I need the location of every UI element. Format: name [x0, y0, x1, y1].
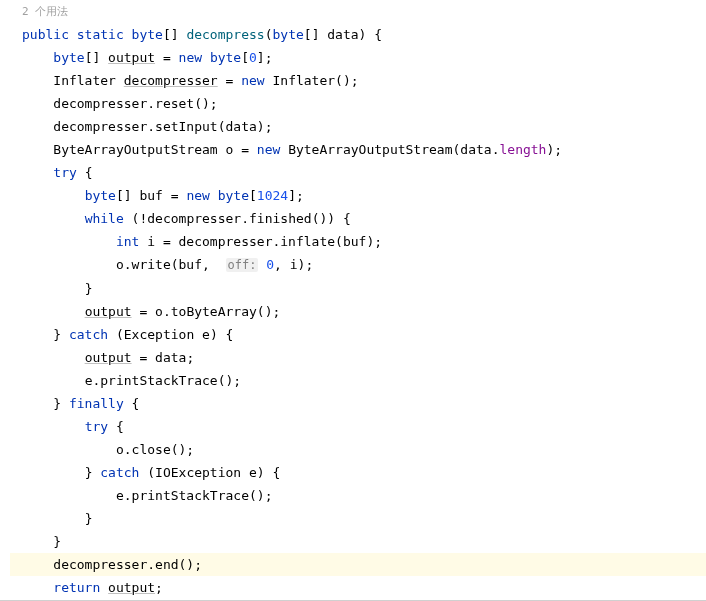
code-line[interactable]: return output; — [10, 576, 706, 599]
method-call: close — [132, 442, 171, 457]
keyword: try — [85, 419, 108, 434]
code-line[interactable]: Inflater decompresser = new Inflater(); — [10, 69, 706, 92]
keyword: return — [53, 580, 100, 595]
code-line[interactable]: } — [10, 530, 706, 553]
var: decompresser — [124, 73, 218, 88]
keyword: catch — [100, 465, 139, 480]
code-line[interactable]: byte[] buf = new byte[1024]; — [10, 184, 706, 207]
code-line[interactable]: e.printStackTrace(); — [10, 369, 706, 392]
punct: ; — [186, 350, 194, 365]
punct: ) { — [210, 327, 233, 342]
code-line[interactable]: try { — [10, 161, 706, 184]
punct: (); — [335, 73, 358, 88]
punct: ); — [257, 119, 273, 134]
punct: ]; — [288, 188, 304, 203]
punct: [ — [241, 50, 249, 65]
keyword: catch — [69, 327, 108, 342]
punct: (); — [171, 442, 194, 457]
method-name: decompress — [186, 27, 264, 42]
punct: ( — [265, 27, 273, 42]
keyword: public — [22, 27, 69, 42]
punct: } — [53, 534, 61, 549]
punct: } — [85, 281, 93, 296]
keyword: new — [257, 142, 280, 157]
code-line[interactable]: while (!decompresser.finished()) { — [10, 207, 706, 230]
var: e — [202, 327, 210, 342]
field: length — [499, 142, 546, 157]
punct: [] — [85, 50, 101, 65]
code-line[interactable]: } catch (Exception e) { — [10, 323, 706, 346]
code-line[interactable]: } catch (IOException e) { — [10, 461, 706, 484]
var: o — [155, 304, 163, 319]
punct: = — [139, 350, 147, 365]
type: byte — [218, 188, 249, 203]
number: 0 — [249, 50, 257, 65]
punct: = — [163, 234, 171, 249]
var: e — [249, 465, 257, 480]
code-line[interactable]: output = o.toByteArray(); — [10, 300, 706, 323]
type: IOException — [155, 465, 241, 480]
method-call: finished — [249, 211, 312, 226]
type: int — [116, 234, 139, 249]
number: 1024 — [257, 188, 288, 203]
punct: = — [241, 142, 249, 157]
code-line[interactable]: decompresser.setInput(data); — [10, 115, 706, 138]
method-call: setInput — [155, 119, 218, 134]
var: decompresser — [53, 557, 147, 572]
punct: . — [147, 557, 155, 572]
var: output — [85, 304, 132, 319]
var: output — [108, 50, 155, 65]
keyword: finally — [69, 396, 124, 411]
type: byte — [85, 188, 116, 203]
arg: buf — [179, 257, 202, 272]
code-line[interactable]: } finally { — [10, 392, 706, 415]
code-line[interactable]: try { — [10, 415, 706, 438]
type: ByteArrayOutputStream — [53, 142, 217, 157]
code-line[interactable]: byte[] output = new byte[0]; — [10, 46, 706, 69]
code-line[interactable]: ByteArrayOutputStream o = new ByteArrayO… — [10, 138, 706, 161]
punct: ( — [335, 234, 343, 249]
code-line[interactable]: o.write(buf, off: 0, i); — [10, 253, 706, 277]
type: byte — [273, 27, 304, 42]
method-call: inflate — [280, 234, 335, 249]
arg: data — [460, 142, 491, 157]
code-line[interactable]: output = data; — [10, 346, 706, 369]
keyword: new — [241, 73, 264, 88]
code-editor[interactable]: 2 个用法 public static byte[] decompress(by… — [0, 0, 706, 601]
code-line[interactable]: int i = decompresser.inflate(buf); — [10, 230, 706, 253]
punct: } — [85, 511, 93, 526]
method-call: toByteArray — [171, 304, 257, 319]
var: o — [116, 257, 124, 272]
punct: , — [202, 257, 218, 272]
code-line[interactable]: e.printStackTrace(); — [10, 484, 706, 507]
param-hint: off: — [226, 258, 259, 272]
method-call: printStackTrace — [132, 488, 249, 503]
punct: = — [226, 73, 234, 88]
code-line[interactable]: decompresser.end(); — [10, 553, 706, 576]
number: 0 — [266, 257, 274, 272]
punct: ( — [218, 119, 226, 134]
punct: ); — [366, 234, 382, 249]
var: decompresser — [53, 96, 147, 111]
punct: ]; — [257, 50, 273, 65]
method-call: write — [132, 257, 171, 272]
type: Inflater — [53, 73, 116, 88]
code-line[interactable]: decompresser.reset(); — [10, 92, 706, 115]
punct: ); — [546, 142, 562, 157]
code-line[interactable]: public static byte[] decompress(byte[] d… — [10, 23, 706, 46]
code-line[interactable]: o.close(); — [10, 438, 706, 461]
punct: [] — [116, 188, 132, 203]
constructor: ByteArrayOutputStream — [288, 142, 452, 157]
var: decompresser — [147, 211, 241, 226]
punct: . — [163, 304, 171, 319]
punct: (); — [218, 373, 241, 388]
type: Exception — [124, 327, 194, 342]
keyword: static — [77, 27, 124, 42]
var: o — [116, 442, 124, 457]
code-line[interactable]: } — [10, 277, 706, 300]
punct: = — [171, 188, 179, 203]
usages-hint[interactable]: 2 个用法 — [10, 0, 706, 23]
code-line[interactable]: } — [10, 507, 706, 530]
punct: . — [124, 442, 132, 457]
punct: ; — [155, 580, 163, 595]
